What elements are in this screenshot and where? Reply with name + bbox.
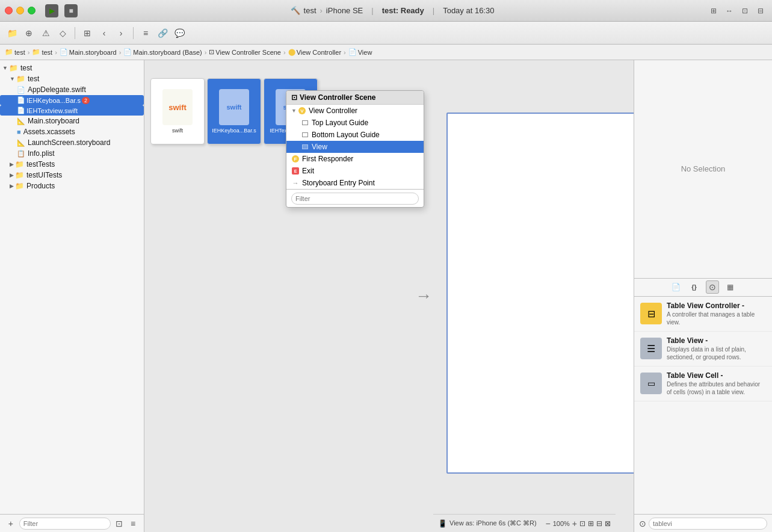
table-view-info: Table View - Displays data in a list of …	[667, 336, 766, 361]
forward-button[interactable]: ›	[114, 26, 128, 40]
component-item-table-view[interactable]: ☰ Table View - Displays data in a list o…	[634, 332, 772, 367]
table-vc-name: Table View Controller -	[667, 302, 766, 310]
rp-tab-code[interactable]: {}	[688, 280, 701, 294]
scene-row-bottom-layout[interactable]: Bottom Layout Guide	[286, 129, 424, 141]
title-pipe: |	[371, 6, 373, 15]
rp-tab-identity[interactable]: ⊙	[706, 280, 719, 294]
sidebar-add-button[interactable]: +	[5, 516, 17, 531]
zoom-in-button[interactable]: +	[572, 519, 577, 528]
sidebar-item-launchscreen[interactable]: 📐 LaunchScreen.storyboard	[0, 137, 144, 148]
bc-item-view[interactable]: 📄 View	[348, 48, 372, 56]
play-button[interactable]: ▶	[45, 4, 58, 17]
infoplist-icon: 📋	[17, 150, 25, 158]
component-item-table-view-controller[interactable]: ⊟ Table View Controller - A controller t…	[634, 297, 772, 332]
sidebar-item-xcassets[interactable]: ■ Assets.xcassets	[0, 126, 144, 137]
vc-icon: V	[298, 107, 306, 115]
swift-icon-1: swift	[162, 89, 193, 125]
canvas-options-2[interactable]: ⊞	[588, 519, 594, 528]
sidebar-item-test-folder[interactable]: ▼ 📁 test	[0, 73, 144, 84]
textview-label: IEHTextview.swift	[26, 107, 78, 114]
view-icon	[301, 143, 309, 151]
scene-row-exit[interactable]: E Exit	[286, 165, 424, 177]
toolbar: 📁 ⊕ ⚠ ◇ ⊞ ‹ › ≡ 🔗 💬	[0, 22, 772, 45]
zoom-out-button[interactable]: −	[545, 519, 550, 528]
table-cell-icon: ▭	[640, 373, 662, 394]
sidebar-item-appdelegate[interactable]: 📄 AppDelegate.swift	[0, 84, 144, 95]
table-cell-name-bold: Table View Cell	[667, 371, 718, 380]
bc-item-mainstoryboard[interactable]: 📄 Main.storyboard	[60, 48, 117, 56]
swift-icon-2: swift	[219, 89, 249, 125]
bc-folder-icon-2: 📁	[32, 48, 40, 56]
test-folder-icon: 📁	[16, 75, 25, 83]
scene-filter-input[interactable]	[291, 193, 419, 205]
mainstoryboard-icon: 📐	[17, 117, 25, 125]
bottom-layout-label: Bottom Layout Guide	[312, 131, 380, 139]
scene-outline-popup: ⊡ View Controller Scene ▼ V View Control…	[286, 90, 424, 208]
source-list-button[interactable]: ≡	[138, 26, 153, 40]
swift-card-2[interactable]: swift IEHKeyboa...Bar.s	[207, 78, 261, 144]
bc-item-vc-scene[interactable]: ⊡ View Controller Scene	[209, 48, 281, 56]
titlebar: ▶ ■ 🔨 test › iPhone SE | test: Ready | T…	[0, 0, 772, 22]
minimize-button[interactable]	[16, 7, 24, 14]
sidebar-sort-button[interactable]: ≡	[127, 516, 139, 531]
scene-row-top-layout[interactable]: Top Layout Guide	[286, 117, 424, 129]
maximize-button[interactable]	[28, 7, 36, 14]
bc-sep-6: ›	[344, 49, 346, 56]
scene-row-entry-point[interactable]: → Storyboard Entry Point	[286, 177, 424, 189]
mainstoryboard-label: Main.storyboard	[28, 117, 79, 125]
bc-item-vc[interactable]: ⬤ View Controller	[288, 48, 341, 56]
canvas-options-1[interactable]: ⊡	[579, 519, 585, 528]
back-button[interactable]: ‹	[97, 26, 111, 40]
sidebar-item-keyboardbar[interactable]: 📄 IEHKeyboa...Bar.s 2	[0, 95, 144, 105]
scene-row-first-responder[interactable]: F First Responder	[286, 153, 424, 165]
no-selection-label: No Selection	[681, 164, 726, 173]
component-item-table-view-cell[interactable]: ▭ Table View Cell - Defines the attribut…	[634, 367, 772, 401]
canvas-options-3[interactable]: ⊟	[596, 519, 602, 528]
sidebar-item-textview[interactable]: 📄 IEHTextview.swift	[0, 105, 144, 116]
rp-search-input[interactable]	[649, 518, 767, 530]
sidebar-item-mainstoryboard[interactable]: 📐 Main.storyboard	[0, 116, 144, 126]
sidebar-item-infoplist[interactable]: 📋 Info.plist	[0, 148, 144, 159]
phone-frame	[446, 113, 634, 474]
swift-card-1[interactable]: swift swift	[150, 78, 205, 144]
editor-toggle-button[interactable]: ⊞	[707, 4, 720, 17]
warning-button[interactable]: ⚠	[39, 26, 53, 40]
canvas-options-4[interactable]: ⊠	[605, 519, 611, 528]
hierarchy-button[interactable]: 🔗	[155, 26, 170, 40]
status-label: test: Ready	[382, 6, 424, 15]
chat-button[interactable]: 💬	[172, 26, 187, 40]
testtests-arrow: ▶	[10, 161, 14, 167]
show-folder-button[interactable]: 📁	[5, 26, 19, 40]
rp-tab-file[interactable]: 📄	[670, 280, 683, 294]
sidebar-filter-input[interactable]	[19, 518, 111, 530]
bc-sep-4: ›	[205, 49, 207, 56]
scene-row-view[interactable]: View	[286, 141, 424, 153]
rp-add-button[interactable]: ⊙	[639, 519, 646, 528]
toolbar-separator-2	[133, 27, 134, 39]
sidebar-item-testuitests[interactable]: ▶ 📁 testUITests	[0, 170, 144, 181]
bc-sep-2: ›	[55, 49, 57, 56]
bc-item-test-2[interactable]: 📁 test	[32, 48, 52, 56]
stop-button[interactable]: ■	[64, 4, 78, 17]
swift-label-1: swift	[172, 128, 183, 134]
bc-item-test-1[interactable]: 📁 test	[5, 48, 25, 56]
sidebar-item-root-test[interactable]: ▼ 📁 test	[0, 63, 144, 73]
layout-button[interactable]: ⊡	[738, 4, 752, 17]
testuitests-icon: 📁	[15, 171, 24, 179]
storyboard-entry-arrow: →	[415, 286, 432, 306]
sidebar-view-options[interactable]: ⊡	[113, 516, 125, 531]
close-button[interactable]	[5, 7, 13, 14]
inspector-toggle-button[interactable]: ⊟	[754, 4, 767, 17]
breakpoint-button[interactable]: ◇	[55, 26, 70, 40]
symbol-navigator-button[interactable]: ⊕	[22, 26, 36, 40]
bc-item-mainstoryboard-base[interactable]: 📄 Main.storyboard (Base)	[123, 48, 202, 56]
navigator-toggle-button[interactable]: ↔	[723, 4, 736, 17]
sidebar-item-products[interactable]: ▶ 📁 Products	[0, 181, 144, 191]
scene-row-vc[interactable]: ▼ V View Controller	[286, 105, 424, 117]
rp-tab-attributes[interactable]: ▦	[724, 280, 737, 294]
table-vc-dash: -	[740, 302, 744, 310]
table-vc-info: Table View Controller - A controller tha…	[667, 302, 766, 326]
sidebar-item-testtests[interactable]: ▶ 📁 testTests	[0, 159, 144, 170]
grid-view-button[interactable]: ⊞	[80, 26, 94, 40]
test-folder-label: test	[28, 75, 39, 83]
